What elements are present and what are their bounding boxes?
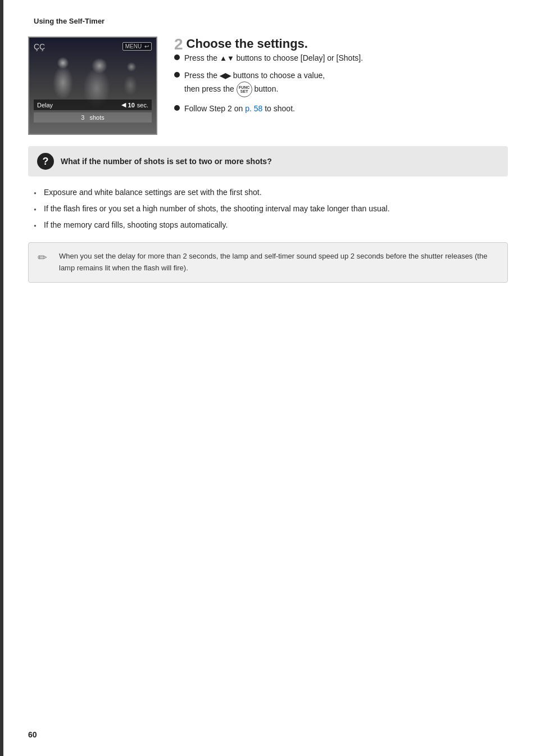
func-set-label: FUNCSET bbox=[239, 85, 249, 93]
step-number: 2 bbox=[174, 37, 183, 52]
camera-shots-row: 3 shots bbox=[34, 112, 152, 123]
bullet-dot-icon: ● bbox=[34, 190, 38, 197]
camera-screen-image: ÇÇ MENU ↩ Delay ◀ 10 sec. 3 shots bbox=[28, 37, 157, 135]
step-title: Choose the settings. bbox=[187, 35, 308, 51]
step-heading-area: 2 Choose the settings. bbox=[174, 37, 508, 52]
func-set-button-icon: FUNCSET bbox=[237, 82, 252, 97]
camera-delay-value: 10 bbox=[128, 102, 135, 108]
camera-delay-unit: sec. bbox=[137, 102, 148, 108]
main-content: ÇÇ MENU ↩ Delay ◀ 10 sec. 3 shots bbox=[28, 37, 508, 135]
bullet3-text: Follow Step 2 on p. 58 to shoot. bbox=[184, 103, 295, 115]
section-header: Using the Self-Timer bbox=[28, 17, 508, 25]
page-number: 60 bbox=[28, 730, 37, 739]
list-item: Follow Step 2 on p. 58 to shoot. bbox=[174, 103, 508, 115]
bullet-dot-icon: ● bbox=[34, 206, 38, 213]
info-bullet-text: If the memory card fills, shooting stops… bbox=[44, 219, 228, 231]
list-item: Press the ▲▼ buttons to choose [Delay] o… bbox=[174, 52, 508, 64]
leftright-arrow-icon: ◀▶ bbox=[220, 71, 233, 80]
list-item: ● If the memory card fills, shooting sto… bbox=[28, 219, 508, 231]
question-icon: ? bbox=[37, 153, 54, 170]
bullet-dot bbox=[174, 105, 180, 111]
page: Using the Self-Timer ÇÇ MENU ↩ Delay ◀ 1… bbox=[0, 0, 536, 756]
bullet2-suffix: button. bbox=[255, 84, 279, 93]
bullet-dot-icon: ● bbox=[34, 223, 38, 229]
bullet-dot bbox=[174, 55, 180, 60]
note-box: ✏ When you set the delay for more than 2… bbox=[28, 242, 508, 283]
pencil-icon: ✏ bbox=[38, 251, 51, 264]
bullet1-suffix: buttons to choose [Delay] or [Shots]. bbox=[236, 53, 363, 62]
step-content: 2 Choose the settings. Press the ▲▼ butt… bbox=[174, 37, 508, 120]
page-link[interactable]: p. 58 bbox=[245, 104, 262, 113]
delay-label: Delay bbox=[37, 102, 53, 108]
info-bullet-text: If the flash fires or you set a high num… bbox=[44, 203, 390, 215]
list-item: ● Exposure and white balance settings ar… bbox=[28, 187, 508, 198]
camera-top-icons: ÇÇ bbox=[34, 42, 45, 51]
bullet3-suffix: to shoot. bbox=[265, 104, 295, 113]
camera-delay-row: Delay ◀ 10 sec. bbox=[34, 99, 152, 110]
info-bullets-list: ● Exposure and white balance settings ar… bbox=[28, 187, 508, 231]
camera-shots-value: 3 bbox=[81, 114, 84, 121]
camera-shots-label: shots bbox=[90, 114, 105, 121]
bullet2-text: Press the ◀▶ buttons to choose a value, … bbox=[184, 70, 325, 97]
bullet1-prefix: Press the bbox=[184, 53, 217, 62]
list-item: ● If the flash fires or you set a high n… bbox=[28, 203, 508, 215]
list-item: Press the ◀▶ buttons to choose a value, … bbox=[174, 70, 508, 97]
step-bullet-list: Press the ▲▼ buttons to choose [Delay] o… bbox=[174, 52, 508, 115]
camera-icon-cc: ÇÇ bbox=[34, 42, 45, 51]
bullet-dot bbox=[174, 72, 180, 78]
updown-arrow-icon: ▲▼ bbox=[220, 54, 236, 62]
info-bullet-text: Exposure and white balance settings are … bbox=[44, 187, 262, 198]
bullet1-text: Press the ▲▼ buttons to choose [Delay] o… bbox=[184, 52, 363, 64]
camera-menu-button: MENU ↩ bbox=[122, 42, 152, 51]
qa-box: ? What if the number of shots is set to … bbox=[28, 146, 508, 176]
bullet3-prefix: Follow Step 2 on bbox=[184, 104, 243, 113]
qa-question-text: What if the number of shots is set to tw… bbox=[61, 157, 272, 166]
bullet2-prefix: Press the bbox=[184, 71, 217, 80]
note-text: When you set the delay for more than 2 s… bbox=[59, 251, 498, 274]
camera-left-arrow: ◀ bbox=[121, 101, 126, 108]
